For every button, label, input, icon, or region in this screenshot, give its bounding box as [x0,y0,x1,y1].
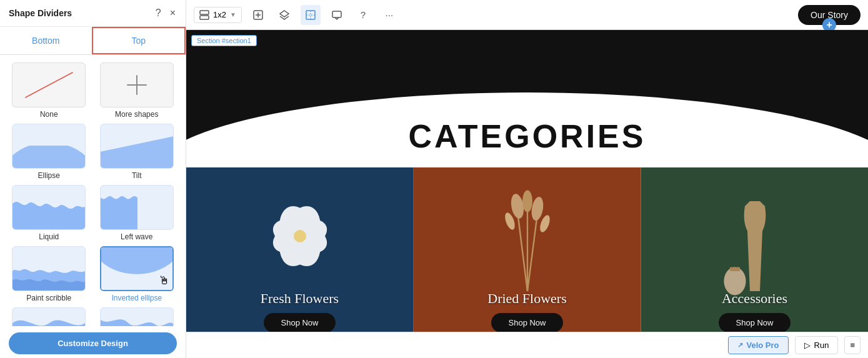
product-info-1: Fresh Flowers Shop Now [186,284,413,332]
shape-liquid-label: Liquid [39,232,59,241]
flower-svg-1 [237,174,362,299]
shape-more-label: More shapes [115,110,158,119]
shape-partial1-preview [12,307,86,326]
right-area: 1x2 ▼ [186,0,868,358]
panel-title: Shape Dividers [9,8,72,18]
help-toolbar-button[interactable]: ? [353,5,373,25]
shape-tilt-preview [100,124,174,169]
shape-leftwave-label: Left wave [121,232,152,241]
nav-pill-wrapper: Our Story + [798,5,861,25]
more-options-button[interactable]: ··· [379,5,399,25]
shape-liquid[interactable]: Liquid [7,185,91,241]
layers-icon [279,9,290,21]
product-card-accessories: Accessories Shop Now [641,167,868,332]
canvas-area: Section #section1 CATEGORIES [186,30,868,332]
layout-label: 1x2 [213,10,226,19]
panel-header: Shape Dividers ? × [0,0,186,27]
shape-tilt[interactable]: Tilt [96,124,179,180]
close-button[interactable]: × [169,6,177,20]
shape-left-wave[interactable]: Left wave [96,185,179,241]
product-name-3: Accessories [722,291,787,307]
customize-design-button[interactable]: Customize Design [9,332,177,354]
shapes-grid: None More shapes Ellipse [0,55,186,326]
shop-now-btn-3[interactable]: Shop Now [719,313,791,332]
layout-icon [199,10,209,20]
svg-rect-4 [12,124,85,146]
svg-point-3 [12,142,85,169]
layers-button[interactable] [274,5,294,25]
svg-rect-8 [200,11,209,14]
svg-rect-14 [306,11,315,19]
shape-more[interactable]: More shapes [96,62,179,119]
shape-ellipse-preview [12,124,86,169]
shop-now-btn-1[interactable]: Shop Now [264,313,336,332]
svg-line-24 [517,211,527,291]
add-section-button[interactable] [248,5,268,25]
accessories-svg [705,174,805,299]
shape-partial1[interactable] [7,307,91,326]
svg-point-23 [294,230,306,242]
shape-partial2-preview [100,307,174,326]
run-button[interactable]: ▷ Run [795,336,839,354]
shape-partial2[interactable] [96,307,179,326]
help-button[interactable]: ? [154,6,162,20]
top-section: CATEGORIES [186,30,868,167]
run-label: Run [814,341,829,350]
shape-none-preview [12,62,86,107]
shape-leftwave-preview [100,185,174,230]
svg-marker-5 [101,136,173,168]
tab-bar: Bottom Top [0,27,186,55]
shape-paintscribble-label: Paint scribble [26,294,71,302]
shape-invertedellipse-preview: 🖱 [100,246,174,291]
more-icon: ··· [386,9,394,20]
svg-line-26 [527,214,537,291]
shape-more-preview [100,62,174,107]
svg-marker-13 [280,11,289,17]
products-section: Fresh Flowers Shop Now [186,167,868,332]
product-name-1: Fresh Flowers [261,291,339,307]
shape-invertedellipse-label: Inverted ellipse [111,294,162,302]
product-name-2: Dried Flowers [487,291,566,307]
question-mark-icon: ? [361,9,366,20]
settings-icon: ≡ [850,341,855,350]
shape-tilt-label: Tilt [132,171,142,180]
run-icon: ▷ [804,341,811,350]
shape-ellipse-label: Ellipse [38,171,60,180]
shape-none-label: None [40,110,58,119]
product-info-2: Dried Flowers Shop Now [414,284,641,332]
tab-top[interactable]: Top [92,27,186,54]
comment-icon [331,9,342,21]
canvas-content: CATEGORIES [186,30,868,332]
shop-now-btn-2[interactable]: Shop Now [491,313,564,332]
velo-pro-label: Velo Pro [747,341,779,350]
shape-inverted-ellipse[interactable]: 🖱 Inverted ellipse [96,246,179,302]
shape-paintscribble-preview [12,246,86,291]
settings-button[interactable]: ≡ [844,336,861,354]
shape-none[interactable]: None [7,62,91,119]
top-bar: 1x2 ▼ [186,0,868,30]
svg-line-0 [25,72,72,97]
add-section-icon [252,9,264,21]
svg-point-28 [522,190,532,212]
shape-dividers-panel: Shape Dividers ? × Bottom Top None [0,0,186,358]
svg-rect-9 [200,16,209,19]
svg-rect-17 [332,11,341,17]
flower-svg-2 [477,174,577,299]
svg-rect-33 [730,267,740,271]
shape-paint-scribble[interactable]: Paint scribble [7,246,91,302]
layout-selector[interactable]: 1x2 ▼ [194,7,242,23]
product-info-3: Accessories Shop Now [641,284,868,332]
comment-button[interactable] [327,5,347,25]
crop-button[interactable] [301,5,321,25]
section-label[interactable]: Section #section1 [191,35,257,46]
external-link-icon: ↗ [737,341,743,349]
shape-ellipse[interactable]: Ellipse [7,124,91,180]
product-card-fresh-flowers: Fresh Flowers Shop Now [186,167,414,332]
tab-bottom[interactable]: Bottom [0,27,92,54]
panel-actions: ? × [154,6,177,20]
categories-title: CATEGORIES [186,117,868,155]
crop-icon [305,9,316,21]
velo-pro-button[interactable]: ↗ Velo Pro [728,336,789,354]
bottom-bar: ↗ Velo Pro ▷ Run ≡ [186,332,868,358]
shape-liquid-preview [12,185,86,230]
